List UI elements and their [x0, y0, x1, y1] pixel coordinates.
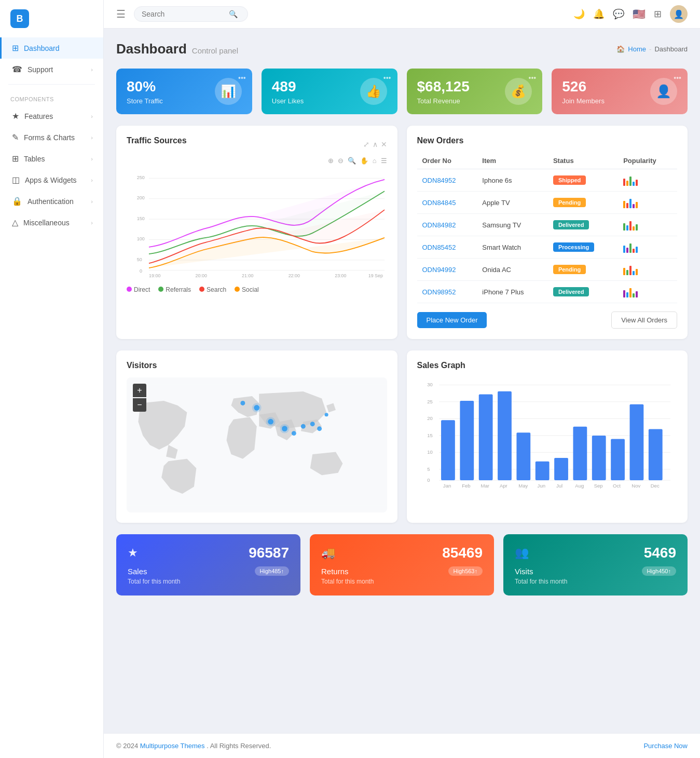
svg-text:10: 10 [427, 449, 433, 455]
traffic-chart-area: 250 200 150 100 50 0 [127, 167, 387, 281]
messages-icon[interactable]: 💬 [613, 8, 624, 20]
order-link[interactable]: ODN85452 [422, 243, 456, 251]
stat-card-menu[interactable]: ••• [383, 74, 391, 82]
svg-text:Apr: Apr [499, 483, 507, 489]
zoom-out-button[interactable]: − [133, 398, 146, 412]
close-icon[interactable]: ✕ [381, 140, 387, 148]
expand-icon[interactable]: ⤢ [363, 140, 369, 148]
sidebar-item-authentication[interactable]: 🔒 Authentication › [0, 191, 103, 212]
menu-icon[interactable]: ☰ [116, 8, 126, 20]
bottom-card-top-returns: 🚚 85469 [321, 545, 483, 561]
home-icon[interactable]: ⌂ [373, 157, 377, 165]
language-flag[interactable]: 🇺🇸 [633, 8, 646, 20]
visits-sub: Total for this month [515, 578, 676, 585]
table-row: ODN85452 Smart Watch Processing [417, 236, 678, 259]
page-title-left: Dashboard Control panel [116, 41, 238, 57]
mini-bar [636, 180, 638, 186]
avatar[interactable]: 👤 [670, 5, 688, 23]
stat-value-likes: 489 [272, 78, 304, 95]
col-order-no: Order No [417, 153, 477, 169]
order-no-cell: ODN84982 [417, 214, 477, 236]
mini-bar [629, 221, 632, 231]
sales-label: Sales [128, 567, 147, 576]
svg-text:15: 15 [427, 432, 433, 438]
order-link[interactable]: ODN84952 [422, 177, 456, 184]
mini-bar [626, 225, 628, 231]
svg-text:Oct: Oct [613, 483, 621, 489]
stat-label-traffic: Store Traffic [127, 97, 163, 105]
svg-text:Jun: Jun [537, 483, 545, 489]
svg-point-26 [301, 424, 306, 429]
traffic-sources-title: Traffic Sources [127, 136, 187, 145]
zoom-in-button[interactable]: + [133, 384, 146, 397]
sales-sub: Total for this month [128, 578, 289, 585]
footer-company-link[interactable]: Multipurpose Themes [140, 742, 205, 750]
stat-card-menu[interactable]: ••• [529, 74, 537, 82]
stat-card-likes: ••• 489 User Likes 👍 [262, 69, 397, 114]
stat-card-menu[interactable]: ••• [674, 74, 681, 82]
stat-card-menu[interactable]: ••• [238, 74, 246, 82]
zoom-in-icon[interactable]: ⊕ [328, 157, 334, 165]
collapse-icon[interactable]: ∧ [373, 140, 378, 148]
mini-bar [633, 204, 635, 208]
popularity-cell [618, 281, 677, 303]
sidebar-item-apps-widgets[interactable]: ◫ Apps & Widgets › [0, 169, 103, 191]
chevron-right-icon: › [91, 220, 93, 226]
returns-badge: High563↑ [448, 566, 483, 576]
mini-bar [636, 269, 638, 275]
svg-point-29 [292, 431, 296, 436]
apps-icon: ◫ [12, 175, 20, 185]
stat-card-revenue: ••• $68,125 Total Revenue 💰 [407, 69, 543, 114]
grid-icon[interactable]: ⊞ [654, 8, 662, 20]
notifications-icon[interactable]: 🔔 [593, 8, 605, 20]
page-content: Dashboard Control panel 🏠 Home - Dashboa… [104, 29, 700, 733]
popularity-cell [618, 169, 677, 192]
mini-bar [623, 223, 625, 231]
footer-purchase-link[interactable]: Purchase Now [643, 742, 688, 750]
mini-bar [626, 203, 628, 208]
popularity-cell [618, 236, 677, 259]
support-icon: ☎ [12, 64, 22, 74]
stat-value-traffic: 80% [127, 78, 163, 95]
zoom-icon[interactable]: 🔍 [348, 157, 356, 165]
breadcrumb-current: Dashboard [654, 45, 688, 53]
mini-bar [623, 246, 625, 253]
status-cell: Delivered [548, 281, 618, 303]
search-input[interactable] [142, 10, 225, 18]
theme-toggle-icon[interactable]: 🌙 [573, 8, 585, 20]
breadcrumb-icon: 🏠 [616, 45, 625, 53]
sidebar-section-label: Components [0, 89, 103, 105]
order-link[interactable]: ODN84845 [422, 199, 456, 207]
svg-point-23 [240, 401, 245, 405]
zoom-out-icon[interactable]: ⊖ [338, 157, 344, 165]
mini-bar [623, 179, 625, 186]
item-cell: Samsung TV [477, 214, 548, 236]
mini-bar [633, 271, 635, 275]
order-link[interactable]: ODN98952 [422, 288, 456, 296]
svg-text:0: 0 [140, 268, 142, 274]
popularity-cell [618, 259, 677, 281]
sidebar-item-tables[interactable]: ⊞ Tables › [0, 148, 103, 169]
sidebar-item-support[interactable]: ☎ Support › [0, 59, 103, 80]
copyright-year: © 2024 [116, 742, 138, 750]
sidebar-item-features[interactable]: ★ Features › [0, 105, 103, 127]
order-link[interactable]: ODN84982 [422, 221, 456, 229]
view-all-orders-button[interactable]: View All Orders [611, 312, 677, 329]
svg-text:Aug: Aug [575, 483, 584, 489]
sidebar-item-miscellaneous[interactable]: △ Miscellaneous › [0, 212, 103, 233]
item-cell: iPhone 7 Plus [477, 281, 548, 303]
mini-bar [626, 270, 628, 275]
place-order-button[interactable]: Place New Order [417, 312, 487, 328]
breadcrumb-home[interactable]: Home [628, 45, 646, 53]
dashboard-icon: ⊞ [12, 43, 19, 53]
stat-label-members: Join Members [562, 97, 605, 105]
menu-icon[interactable]: ☰ [381, 157, 387, 165]
pan-icon[interactable]: ✋ [360, 157, 368, 165]
sidebar-item-label: Authentication [28, 197, 74, 206]
sidebar-item-dashboard[interactable]: ⊞ Dashboard [0, 37, 103, 59]
bottom-card-bottom-sales: Sales High485↑ [128, 566, 289, 576]
order-link[interactable]: ODN94992 [422, 266, 456, 274]
bottom-card-top-sales: ★ 96587 [128, 545, 289, 561]
svg-text:20: 20 [427, 415, 433, 421]
sidebar-item-forms-charts[interactable]: ✎ Forms & Charts › [0, 127, 103, 148]
